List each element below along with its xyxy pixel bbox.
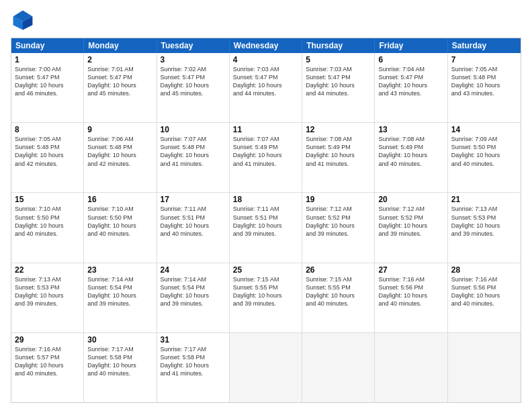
calendar-row: 8Sunrise: 7:05 AMSunset: 5:48 PMDaylight…: [11, 122, 521, 192]
calendar-row: 29Sunrise: 7:16 AMSunset: 5:57 PMDayligh…: [11, 332, 521, 402]
day-info: Sunrise: 7:06 AMSunset: 5:48 PMDaylight:…: [87, 135, 152, 168]
calendar-cell: 31Sunrise: 7:17 AMSunset: 5:58 PMDayligh…: [157, 333, 230, 402]
day-number: 16: [87, 195, 152, 204]
calendar-cell: 24Sunrise: 7:14 AMSunset: 5:54 PMDayligh…: [157, 263, 230, 332]
calendar-cell: 1Sunrise: 7:00 AMSunset: 5:47 PMDaylight…: [11, 53, 84, 122]
calendar-cell: 28Sunrise: 7:16 AMSunset: 5:56 PMDayligh…: [448, 263, 521, 332]
day-info: Sunrise: 7:15 AMSunset: 5:55 PMDaylight:…: [306, 275, 371, 308]
calendar-cell: 6Sunrise: 7:04 AMSunset: 5:47 PMDaylight…: [375, 53, 447, 122]
calendar-cell: 13Sunrise: 7:08 AMSunset: 5:49 PMDayligh…: [375, 123, 447, 192]
day-info: Sunrise: 7:01 AMSunset: 5:47 PMDaylight:…: [87, 65, 152, 98]
calendar-cell: 23Sunrise: 7:14 AMSunset: 5:54 PMDayligh…: [84, 263, 157, 332]
day-info: Sunrise: 7:09 AMSunset: 5:50 PMDaylight:…: [451, 135, 517, 168]
day-number: 3: [161, 55, 226, 64]
day-number: 7: [451, 55, 517, 64]
day-number: 29: [15, 335, 80, 345]
calendar-cell: 17Sunrise: 7:11 AMSunset: 5:51 PMDayligh…: [157, 193, 230, 262]
day-info: Sunrise: 7:16 AMSunset: 5:56 PMDaylight:…: [378, 275, 443, 308]
calendar-header-day: Monday: [84, 38, 157, 53]
day-info: Sunrise: 7:17 AMSunset: 5:58 PMDaylight:…: [161, 345, 226, 378]
logo-icon: [11, 8, 35, 32]
day-info: Sunrise: 7:08 AMSunset: 5:49 PMDaylight:…: [306, 135, 371, 168]
calendar-header-day: Tuesday: [157, 38, 230, 53]
calendar-cell: 16Sunrise: 7:10 AMSunset: 5:50 PMDayligh…: [84, 193, 157, 262]
day-info: Sunrise: 7:10 AMSunset: 5:50 PMDaylight:…: [15, 205, 80, 238]
day-info: Sunrise: 7:14 AMSunset: 5:54 PMDaylight:…: [87, 275, 152, 308]
day-number: 8: [15, 125, 80, 134]
day-info: Sunrise: 7:04 AMSunset: 5:47 PMDaylight:…: [378, 65, 443, 98]
day-info: Sunrise: 7:16 AMSunset: 5:57 PMDaylight:…: [15, 345, 80, 378]
day-number: 4: [233, 55, 298, 64]
calendar-cell: 7Sunrise: 7:05 AMSunset: 5:48 PMDaylight…: [448, 53, 521, 122]
day-number: 30: [87, 335, 152, 345]
day-info: Sunrise: 7:05 AMSunset: 5:48 PMDaylight:…: [15, 135, 80, 168]
page: SundayMondayTuesdayWednesdayThursdayFrid…: [0, 0, 532, 411]
day-number: 5: [306, 55, 371, 64]
calendar-header-day: Saturday: [448, 38, 521, 53]
calendar-cell: 4Sunrise: 7:03 AMSunset: 5:47 PMDaylight…: [230, 53, 302, 122]
calendar-cell: 18Sunrise: 7:11 AMSunset: 5:51 PMDayligh…: [230, 193, 302, 262]
calendar-cell: 22Sunrise: 7:13 AMSunset: 5:53 PMDayligh…: [11, 263, 84, 332]
calendar-header: SundayMondayTuesdayWednesdayThursdayFrid…: [11, 38, 521, 53]
day-number: 11: [233, 125, 298, 134]
calendar-cell: 29Sunrise: 7:16 AMSunset: 5:57 PMDayligh…: [11, 333, 84, 402]
day-number: 13: [378, 125, 443, 134]
calendar-body: 1Sunrise: 7:00 AMSunset: 5:47 PMDaylight…: [11, 53, 521, 402]
calendar-cell: 21Sunrise: 7:13 AMSunset: 5:53 PMDayligh…: [448, 193, 521, 262]
calendar-cell: 10Sunrise: 7:07 AMSunset: 5:48 PMDayligh…: [157, 123, 230, 192]
calendar-cell: [302, 333, 375, 402]
day-number: 27: [378, 265, 443, 275]
calendar-cell: 27Sunrise: 7:16 AMSunset: 5:56 PMDayligh…: [375, 263, 447, 332]
calendar-cell: 3Sunrise: 7:02 AMSunset: 5:47 PMDaylight…: [157, 53, 230, 122]
header: [11, 8, 521, 32]
calendar-cell: 25Sunrise: 7:15 AMSunset: 5:55 PMDayligh…: [230, 263, 302, 332]
calendar-header-day: Thursday: [302, 38, 375, 53]
calendar-cell: 9Sunrise: 7:06 AMSunset: 5:48 PMDaylight…: [84, 123, 157, 192]
day-number: 18: [233, 195, 298, 204]
calendar-cell: 26Sunrise: 7:15 AMSunset: 5:55 PMDayligh…: [302, 263, 375, 332]
day-number: 20: [378, 195, 443, 204]
day-number: 6: [378, 55, 443, 64]
day-number: 19: [306, 195, 371, 204]
day-number: 12: [306, 125, 371, 134]
day-info: Sunrise: 7:12 AMSunset: 5:52 PMDaylight:…: [378, 205, 443, 238]
day-info: Sunrise: 7:11 AMSunset: 5:51 PMDaylight:…: [161, 205, 226, 238]
day-info: Sunrise: 7:13 AMSunset: 5:53 PMDaylight:…: [451, 205, 517, 238]
day-number: 17: [161, 195, 226, 204]
day-number: 25: [233, 265, 298, 275]
day-info: Sunrise: 7:05 AMSunset: 5:48 PMDaylight:…: [451, 65, 517, 98]
day-info: Sunrise: 7:10 AMSunset: 5:50 PMDaylight:…: [87, 205, 152, 238]
day-number: 24: [161, 265, 226, 275]
day-number: 23: [87, 265, 152, 275]
logo: [11, 8, 38, 32]
day-info: Sunrise: 7:07 AMSunset: 5:49 PMDaylight:…: [233, 135, 298, 168]
calendar-cell: 30Sunrise: 7:17 AMSunset: 5:58 PMDayligh…: [84, 333, 157, 402]
day-number: 9: [87, 125, 152, 134]
day-number: 26: [306, 265, 371, 275]
day-info: Sunrise: 7:00 AMSunset: 5:47 PMDaylight:…: [15, 65, 80, 98]
calendar-cell: [230, 333, 302, 402]
calendar-cell: [375, 333, 447, 402]
day-number: 2: [87, 55, 152, 64]
calendar-cell: 2Sunrise: 7:01 AMSunset: 5:47 PMDaylight…: [84, 53, 157, 122]
day-info: Sunrise: 7:07 AMSunset: 5:48 PMDaylight:…: [161, 135, 226, 168]
calendar-cell: 8Sunrise: 7:05 AMSunset: 5:48 PMDaylight…: [11, 123, 84, 192]
calendar-cell: 15Sunrise: 7:10 AMSunset: 5:50 PMDayligh…: [11, 193, 84, 262]
day-info: Sunrise: 7:08 AMSunset: 5:49 PMDaylight:…: [378, 135, 443, 168]
calendar-cell: 11Sunrise: 7:07 AMSunset: 5:49 PMDayligh…: [230, 123, 302, 192]
calendar-header-day: Friday: [375, 38, 447, 53]
calendar-row: 15Sunrise: 7:10 AMSunset: 5:50 PMDayligh…: [11, 192, 521, 262]
day-number: 1: [15, 55, 80, 64]
calendar-cell: 19Sunrise: 7:12 AMSunset: 5:52 PMDayligh…: [302, 193, 375, 262]
day-number: 14: [451, 125, 517, 134]
calendar-cell: [448, 333, 521, 402]
day-number: 22: [15, 265, 80, 275]
day-info: Sunrise: 7:03 AMSunset: 5:47 PMDaylight:…: [306, 65, 371, 98]
day-info: Sunrise: 7:12 AMSunset: 5:52 PMDaylight:…: [306, 205, 371, 238]
calendar: SundayMondayTuesdayWednesdayThursdayFrid…: [11, 38, 521, 403]
day-info: Sunrise: 7:03 AMSunset: 5:47 PMDaylight:…: [233, 65, 298, 98]
day-info: Sunrise: 7:17 AMSunset: 5:58 PMDaylight:…: [87, 345, 152, 378]
calendar-cell: 20Sunrise: 7:12 AMSunset: 5:52 PMDayligh…: [375, 193, 447, 262]
day-number: 15: [15, 195, 80, 204]
calendar-header-day: Sunday: [11, 38, 84, 53]
